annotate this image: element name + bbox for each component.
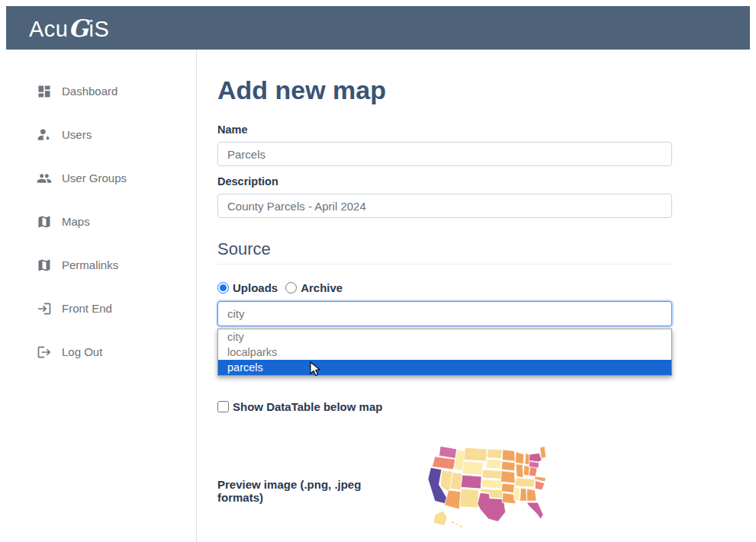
permalinks-icon: [37, 258, 52, 273]
main-content: Add new map Name Description Source Uplo…: [197, 50, 672, 542]
preview-map-image: [414, 433, 552, 542]
section-divider: [217, 264, 672, 265]
source-radio-group: Uploads Archive: [217, 281, 672, 294]
uploads-radio[interactable]: [217, 282, 229, 293]
layer-dropdown-list: city localparks parcels: [217, 329, 672, 376]
dashboard-icon: [37, 84, 52, 99]
sidebar-item-label: Permalinks: [62, 258, 118, 271]
front-end-icon: [37, 301, 52, 316]
sidebar-item-permalinks[interactable]: Permalinks: [6, 243, 196, 287]
sidebar-item-maps[interactable]: Maps: [6, 200, 196, 243]
page-title: Add new map: [217, 75, 672, 105]
sidebar-item-label: Users: [62, 128, 92, 141]
uploads-radio-label[interactable]: Uploads: [233, 281, 278, 294]
preview-row: Preview image (.png, .jpeg formats): [217, 433, 672, 542]
name-input[interactable]: [217, 142, 672, 166]
sidebar-item-user-groups[interactable]: User Groups: [6, 156, 196, 200]
sidebar-item-label: Dashboard: [62, 85, 117, 98]
sidebar: Dashboard Users User Groups Maps Permali…: [6, 50, 197, 542]
sidebar-item-dashboard[interactable]: Dashboard: [6, 69, 196, 113]
layer-search-input[interactable]: [217, 301, 672, 326]
dropdown-option-parcels[interactable]: parcels: [218, 360, 671, 375]
logo-g-glyph: G: [68, 14, 88, 42]
archive-radio[interactable]: [285, 282, 297, 293]
mouse-cursor-icon: [310, 361, 320, 377]
sidebar-item-label: Log Out: [62, 345, 102, 358]
show-datatable-checkbox[interactable]: [217, 401, 229, 412]
datatable-checkbox-row: Show DataTable below map: [217, 400, 672, 413]
user-groups-icon: [37, 171, 52, 186]
users-icon: [37, 127, 52, 143]
sidebar-item-label: Maps: [62, 215, 90, 228]
app-header: AcuGiS: [6, 6, 750, 50]
us-choropleth-icon: [414, 433, 552, 542]
show-datatable-label[interactable]: Show DataTable below map: [233, 400, 382, 413]
sidebar-item-users[interactable]: Users: [6, 113, 196, 156]
sidebar-item-label: Front End: [62, 302, 112, 315]
sidebar-item-front-end[interactable]: Front End: [6, 287, 196, 330]
maps-icon: [37, 214, 52, 229]
source-section-title: Source: [217, 239, 672, 259]
preview-image-label: Preview image (.png, .jpeg formats): [217, 478, 397, 504]
dropdown-option-city[interactable]: city: [218, 329, 671, 345]
archive-radio-label[interactable]: Archive: [301, 281, 343, 294]
description-label: Description: [217, 175, 672, 188]
dropdown-option-localparks[interactable]: localparks: [218, 345, 671, 360]
sidebar-item-log-out[interactable]: Log Out: [6, 330, 196, 374]
log-out-icon: [37, 345, 52, 360]
name-label: Name: [217, 123, 672, 136]
sidebar-item-label: User Groups: [62, 172, 127, 184]
app-logo[interactable]: AcuGiS: [29, 14, 109, 42]
description-input[interactable]: [217, 194, 672, 218]
